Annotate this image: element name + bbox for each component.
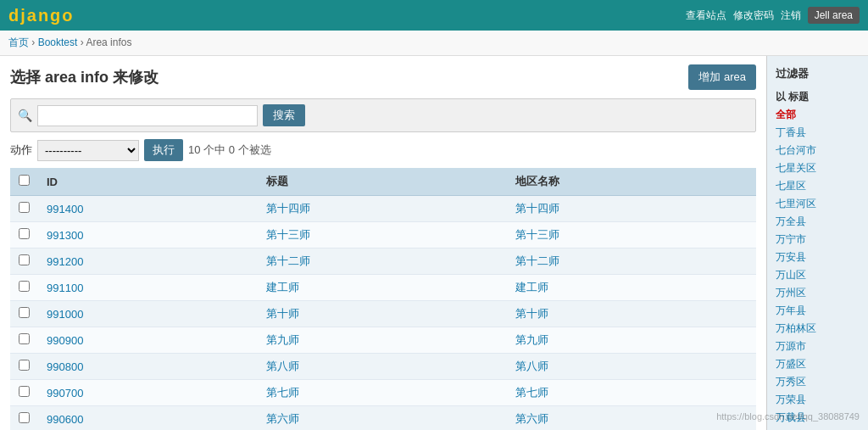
row-checkbox[interactable] — [19, 333, 30, 344]
sidebar-filter-item[interactable]: 万盛区 — [767, 355, 868, 373]
row-checkbox[interactable] — [19, 412, 30, 423]
execute-button[interactable]: 执行 — [144, 139, 183, 161]
breadcrumb-section[interactable]: Booktest — [38, 36, 78, 48]
row-area-name: 建工师 — [507, 275, 756, 301]
row-id-link[interactable]: 990900 — [47, 334, 83, 347]
row-title: 第七师 — [258, 380, 507, 406]
breadcrumb-current: Area infos — [86, 36, 131, 48]
header-id: ID — [38, 168, 258, 196]
sidebar-filter-item[interactable]: 万柏林区 — [767, 320, 868, 338]
jell-area-button[interactable]: Jell area — [808, 7, 860, 24]
sidebar-filter-item[interactable]: 七星区 — [767, 177, 868, 195]
row-id-link[interactable]: 991000 — [47, 308, 83, 321]
row-id-link[interactable]: 990600 — [47, 413, 83, 426]
row-checkbox[interactable] — [19, 281, 30, 292]
row-area-name-link[interactable]: 第六师 — [515, 412, 548, 425]
content-area: 选择 area info 来修改 增加 area 🔍 搜索 动作 -------… — [0, 56, 766, 430]
row-id-link[interactable]: 991400 — [47, 203, 83, 215]
row-checkbox[interactable] — [19, 228, 30, 239]
action-bar: 动作 ---------- 执行 10 个中 0 个被选 — [10, 139, 756, 161]
row-checkbox[interactable] — [19, 202, 30, 213]
page-title-row: 选择 area info 来修改 增加 area — [10, 64, 756, 90]
sidebar-filter-item[interactable]: 万全县 — [767, 213, 868, 231]
sidebar-filter-item[interactable]: 万宁市 — [767, 231, 868, 249]
add-area-button[interactable]: 增加 area — [688, 64, 756, 90]
row-checkbox[interactable] — [19, 307, 30, 318]
search-icon: 🔍 — [18, 109, 32, 122]
table-row: 990600 第六师 第六师 — [10, 406, 756, 431]
row-id-link[interactable]: 991100 — [47, 282, 83, 294]
table-row: 991000 第十师 第十师 — [10, 301, 756, 327]
row-checkbox[interactable] — [19, 386, 30, 397]
sidebar-filter-item[interactable]: 三亚市 — [767, 427, 868, 430]
row-id: 990600 — [38, 406, 258, 431]
row-title-link[interactable]: 第十四师 — [266, 202, 310, 215]
sidebar-filter-item[interactable]: 万山区 — [767, 266, 868, 284]
row-id-link[interactable]: 990800 — [47, 360, 83, 373]
breadcrumb-home[interactable]: 首页 — [8, 36, 29, 48]
row-area-name-link[interactable]: 第十四师 — [515, 202, 559, 215]
table-header-row: ID 标题 地区名称 — [10, 168, 756, 196]
row-title-link[interactable]: 第十三师 — [266, 228, 310, 241]
sidebar-filter-item[interactable]: 七台河市 — [767, 142, 868, 159]
row-checkbox-cell — [10, 301, 38, 327]
row-title-link[interactable]: 第八师 — [266, 360, 299, 372]
sidebar-filter-item[interactable]: 万安县 — [767, 249, 868, 266]
select-all-checkbox[interactable] — [19, 175, 30, 186]
row-title: 建工师 — [258, 275, 507, 301]
table-row: 990900 第九师 第九师 — [10, 327, 756, 354]
row-area-name-link[interactable]: 第十二师 — [515, 254, 559, 267]
sidebar-filter-item[interactable]: 万荣县 — [767, 391, 868, 409]
row-area-name-link[interactable]: 第九师 — [515, 333, 548, 346]
row-checkbox-cell — [10, 249, 38, 275]
row-area-name-link[interactable]: 第十三师 — [515, 228, 559, 241]
row-title-link[interactable]: 第十二师 — [266, 254, 310, 267]
action-select[interactable]: ---------- — [37, 140, 139, 161]
sidebar-filter-item[interactable]: 万源市 — [767, 338, 868, 355]
row-area-name: 第六师 — [507, 406, 756, 431]
sidebar-filter-item[interactable]: 万州区 — [767, 284, 868, 302]
row-title-link[interactable]: 建工师 — [266, 281, 299, 293]
header-area-name: 地区名称 — [507, 168, 756, 196]
view-site-link[interactable]: 查看站点 — [686, 8, 726, 23]
sidebar: 过滤器 以 标题 全部丁香县七台河市七星关区七星区七里河区万全县万宁市万安县万山… — [766, 56, 868, 430]
row-area-name-link[interactable]: 第七师 — [515, 386, 548, 399]
header-right: 查看站点 修改密码 注销 Jell area — [686, 7, 860, 24]
row-checkbox-cell — [10, 222, 38, 249]
row-id: 991200 — [38, 249, 258, 275]
row-area-name-link[interactable]: 第八师 — [515, 360, 548, 372]
row-id-link[interactable]: 991200 — [47, 255, 83, 268]
row-id-link[interactable]: 990700 — [47, 387, 83, 399]
row-title: 第九师 — [258, 327, 507, 354]
row-checkbox[interactable] — [19, 254, 30, 265]
sidebar-filter-item[interactable]: 丁香县 — [767, 124, 868, 142]
sidebar-filter-item[interactable]: 万年县 — [767, 302, 868, 320]
row-area-name: 第十四师 — [507, 196, 756, 222]
row-area-name-link[interactable]: 第十师 — [515, 307, 548, 320]
row-checkbox-cell — [10, 196, 38, 222]
row-area-name: 第十师 — [507, 301, 756, 327]
row-id: 990900 — [38, 327, 258, 354]
sidebar-filter-item[interactable]: 七星关区 — [767, 159, 868, 177]
row-id: 990700 — [38, 380, 258, 406]
search-input[interactable] — [37, 105, 258, 126]
row-title-link[interactable]: 第九师 — [266, 333, 299, 346]
sidebar-filter-item[interactable]: 七里河区 — [767, 195, 868, 213]
row-title: 第六师 — [258, 406, 507, 431]
header-title: 标题 — [258, 168, 507, 196]
sidebar-filter-item[interactable]: 万载县 — [767, 409, 868, 427]
row-area-name: 第七师 — [507, 380, 756, 406]
row-id-link[interactable]: 991300 — [47, 229, 83, 242]
row-area-name-link[interactable]: 建工师 — [515, 281, 548, 293]
row-title-link[interactable]: 第十师 — [266, 307, 299, 320]
logout-link[interactable]: 注销 — [781, 8, 801, 23]
change-password-link[interactable]: 修改密码 — [733, 8, 774, 23]
table-row: 991100 建工师 建工师 — [10, 275, 756, 301]
row-title-link[interactable]: 第六师 — [266, 412, 299, 425]
sidebar-filter-item[interactable]: 万秀区 — [767, 373, 868, 391]
row-checkbox[interactable] — [19, 360, 30, 371]
action-label: 动作 — [10, 142, 32, 158]
sidebar-filter-item[interactable]: 全部 — [767, 106, 868, 124]
row-title-link[interactable]: 第七师 — [266, 386, 299, 399]
search-button[interactable]: 搜索 — [263, 104, 305, 126]
